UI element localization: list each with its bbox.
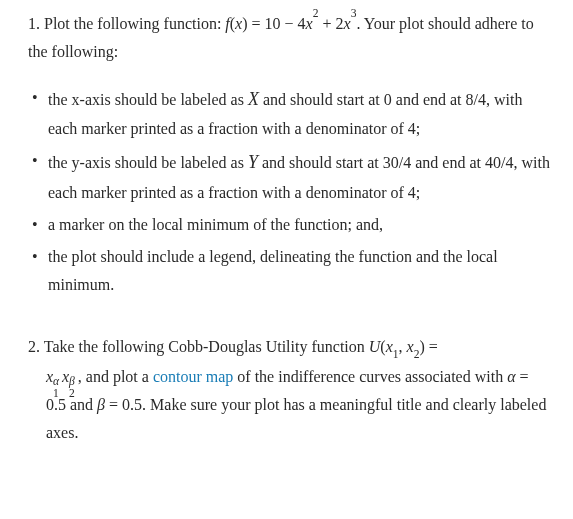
math-comma: , xyxy=(399,338,407,355)
math-x2-base: x xyxy=(407,338,414,355)
math-eq: = xyxy=(248,15,265,32)
math-x1-sub: 1 xyxy=(393,348,399,360)
math-x1a-base: x xyxy=(46,368,53,385)
math-x2-sub: 2 xyxy=(414,348,420,360)
math-exp-2: 2 xyxy=(313,7,319,19)
bullet-text: the y-axis should be labeled as xyxy=(48,154,248,171)
math-rhs-b: + 2 xyxy=(318,15,343,32)
math-eq: = xyxy=(425,338,438,355)
q2-line-1: 2. Take the following Cobb-Douglas Utili… xyxy=(28,333,551,361)
question-number: 2. xyxy=(28,338,40,355)
math-x2: x xyxy=(306,15,313,32)
question-2: 2. Take the following Cobb-Douglas Utili… xyxy=(28,333,551,447)
math-1-sub: 1 xyxy=(53,383,59,403)
q2-continuation: xα1xβ2, and plot a contour map of the in… xyxy=(28,363,551,447)
q1-bullet-4: the plot should include a legend, deline… xyxy=(32,243,551,299)
math-x1-base: x xyxy=(386,338,393,355)
math-U: U xyxy=(369,338,381,355)
math-X: X xyxy=(248,89,259,109)
math-alpha: α xyxy=(507,368,515,385)
math-beta: β xyxy=(97,396,105,413)
bullet-text: a marker on the local minimum of the fun… xyxy=(48,216,383,233)
math-exp-3: 3 xyxy=(351,7,357,19)
q2-after-expr: , and plot a xyxy=(78,368,153,385)
math-2-sub: 2 xyxy=(69,383,75,403)
q1-bullet-3: a marker on the local minimum of the fun… xyxy=(32,211,551,239)
math-eq-sym-2: = xyxy=(105,396,122,413)
q2-text-lead: Take the following Cobb-Douglas Utility … xyxy=(44,338,369,355)
question-number: 1. xyxy=(28,15,40,32)
math-rhs-a: 10 − 4 xyxy=(265,15,306,32)
math-Y: Y xyxy=(248,152,258,172)
bullet-text: the x-axis should be labeled as xyxy=(48,91,248,108)
math-eq-sym: = xyxy=(516,368,529,385)
q1-text-lead: Plot the following function: xyxy=(44,15,225,32)
math-x2a-base: x xyxy=(62,368,69,385)
q2-after-link: of the indifference curves associated wi… xyxy=(233,368,507,385)
bullet-text: the plot should include a legend, deline… xyxy=(48,248,498,293)
q1-bullet-1: the x-axis should be labeled as X and sh… xyxy=(32,84,551,143)
q1-bullet-list: the x-axis should be labeled as X and sh… xyxy=(28,84,551,299)
math-val-05b: 0.5 xyxy=(122,396,142,413)
question-list: 1. Plot the following function: f(x) = 1… xyxy=(28,10,551,447)
contour-map-link[interactable]: contour map xyxy=(153,368,233,385)
q1-bullet-2: the y-axis should be labeled as Y and sh… xyxy=(32,147,551,206)
question-1: 1. Plot the following function: f(x) = 1… xyxy=(28,10,551,299)
math-x3: x xyxy=(344,15,351,32)
